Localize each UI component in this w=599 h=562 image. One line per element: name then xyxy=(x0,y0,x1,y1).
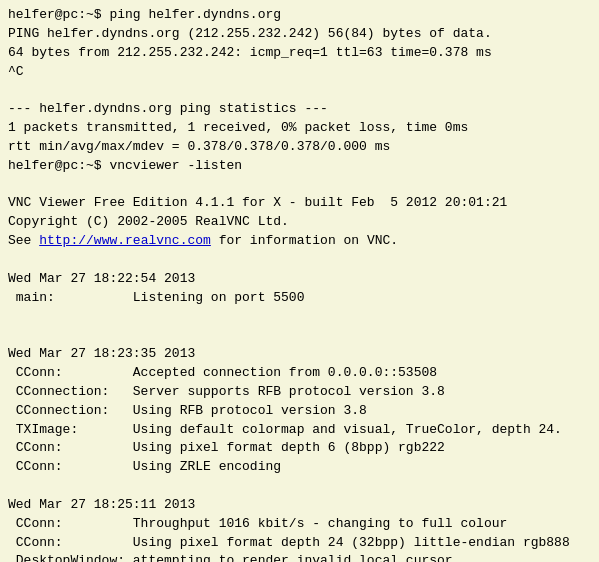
line-23: TXImage: Using default colormap and visu… xyxy=(8,421,591,440)
line-24: CConn: Using pixel format depth 6 (8bpp)… xyxy=(8,439,591,458)
line-17 xyxy=(8,308,591,327)
line-9: helfer@pc:~$ vncviewer -listen xyxy=(8,157,591,176)
line-3: 64 bytes from 212.255.232.242: icmp_req=… xyxy=(8,44,591,63)
line-21: CConnection: Server supports RFB protoco… xyxy=(8,383,591,402)
line-15: Wed Mar 27 18:22:54 2013 xyxy=(8,270,591,289)
line-10 xyxy=(8,176,591,195)
line-4: ^C xyxy=(8,63,591,82)
line-13: See http://www.realvnc.com for informati… xyxy=(8,232,591,251)
line-25: CConn: Using ZRLE encoding xyxy=(8,458,591,477)
line-28: CConn: Throughput 1016 kbit/s - changing… xyxy=(8,515,591,534)
line-26 xyxy=(8,477,591,496)
line-7: 1 packets transmitted, 1 received, 0% pa… xyxy=(8,119,591,138)
line-16: main: Listening on port 5500 xyxy=(8,289,591,308)
line-2: PING helfer.dyndns.org (212.255.232.242)… xyxy=(8,25,591,44)
line-19: Wed Mar 27 18:23:35 2013 xyxy=(8,345,591,364)
line-12: Copyright (C) 2002-2005 RealVNC Ltd. xyxy=(8,213,591,232)
line-20: CConn: Accepted connection from 0.0.0.0:… xyxy=(8,364,591,383)
vnc-url-link[interactable]: http://www.realvnc.com xyxy=(39,233,211,248)
line-30: DesktopWindow: attempting to render inva… xyxy=(8,552,591,562)
line-1: helfer@pc:~$ ping helfer.dyndns.org xyxy=(8,6,591,25)
line-11: VNC Viewer Free Edition 4.1.1 for X - bu… xyxy=(8,194,591,213)
line-14 xyxy=(8,251,591,270)
line-5 xyxy=(8,81,591,100)
line-18 xyxy=(8,326,591,345)
line-29: CConn: Using pixel format depth 24 (32bp… xyxy=(8,534,591,553)
line-27: Wed Mar 27 18:25:11 2013 xyxy=(8,496,591,515)
line-6: --- helfer.dyndns.org ping statistics --… xyxy=(8,100,591,119)
line-8: rtt min/avg/max/mdev = 0.378/0.378/0.378… xyxy=(8,138,591,157)
terminal-window: helfer@pc:~$ ping helfer.dyndns.org PING… xyxy=(0,0,599,562)
line-22: CConnection: Using RFB protocol version … xyxy=(8,402,591,421)
